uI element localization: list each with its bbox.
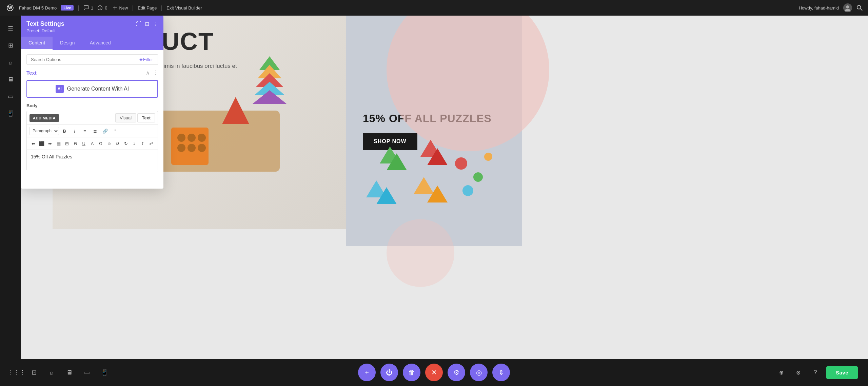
svg-point-33 <box>198 144 206 152</box>
center-delete-button[interactable]: 🗑 <box>403 364 420 381</box>
unordered-list-button[interactable]: ≡ <box>80 126 90 136</box>
ai-generate-button[interactable]: AI Generate Content With AI <box>26 80 158 98</box>
bt-mobile-icon[interactable]: 📱 <box>98 366 111 379</box>
sidebar-desktop-icon[interactable]: 🖥 <box>3 72 18 87</box>
sidebar-layout-icon[interactable]: ⊞ <box>3 38 18 53</box>
panel-expand-icon[interactable]: ⛶ <box>136 21 141 27</box>
updates-number: 0 <box>105 5 107 11</box>
tab-content[interactable]: Content <box>21 37 53 50</box>
outdent-button[interactable]: ⤴ <box>139 139 146 148</box>
bottom-toolbar: ⋮⋮⋮ ⊡ ⌕ 🖥 ▭ 📱 + ⏻ 🗑 ✕ ⚙ ◎ ⇕ ⊕ ⊗ ? Save <box>0 359 868 386</box>
separator2: | <box>132 4 134 12</box>
svg-point-19 <box>462 185 473 196</box>
svg-line-8 <box>861 9 862 11</box>
text-section-header: Text ∧ ⋮ <box>26 70 158 76</box>
align-center-button[interactable]: ⬛ <box>38 139 46 148</box>
align-left-button[interactable]: ⬅ <box>29 139 37 148</box>
collapse-icon[interactable]: ∧ <box>146 70 150 76</box>
svg-point-18 <box>473 172 483 182</box>
link-button[interactable]: 🔗 <box>100 126 110 136</box>
bold-button[interactable]: B <box>60 126 69 136</box>
bt-help-icon[interactable]: ? <box>809 366 822 379</box>
text-tab[interactable]: Text <box>137 113 155 122</box>
center-history-button[interactable]: ◎ <box>470 364 488 381</box>
align-right-button[interactable]: ➡ <box>46 139 54 148</box>
strikethrough-button[interactable]: S <box>72 139 79 148</box>
bt-zoom-icon[interactable]: ⊕ <box>775 366 788 379</box>
align-justify-button[interactable]: ▤ <box>55 139 62 148</box>
sidebar-tablet-icon[interactable]: ▭ <box>3 89 18 104</box>
svg-point-32 <box>188 144 196 152</box>
panel-tabs: Content Design Advanced <box>21 37 163 50</box>
new-label: New <box>119 5 128 11</box>
panel-more-icon[interactable]: ⋮ <box>153 21 158 27</box>
center-close-button[interactable]: ✕ <box>425 364 443 381</box>
panel-body: + + Filter Text ∧ ⋮ AI Generate Content … <box>21 50 163 189</box>
undo-editor-button[interactable]: ↺ <box>114 139 121 148</box>
bt-desktop-icon[interactable]: 🖥 <box>63 366 75 379</box>
search-icon[interactable] <box>856 5 863 11</box>
redo-editor-button[interactable]: ↻ <box>122 139 130 148</box>
save-button[interactable]: Save <box>826 366 858 379</box>
svg-marker-38 <box>253 90 287 104</box>
panel-header: Text Settings ⛶ ⊟ ⋮ Preset: Default <box>21 16 163 37</box>
editor-content[interactable]: 15% Off All Puzzles <box>26 150 158 170</box>
bt-menu-icon[interactable]: ⋮⋮⋮ <box>10 366 22 379</box>
paragraph-select[interactable]: Paragraph <box>29 127 59 135</box>
wp-logo[interactable]: W <box>5 3 15 13</box>
settings-panel: Text Settings ⛶ ⊟ ⋮ Preset: Default Cont… <box>21 16 163 189</box>
filter-button[interactable]: + + Filter <box>135 54 158 65</box>
center-power-button[interactable]: ⏻ <box>380 364 398 381</box>
text-section-title: Text <box>26 70 37 76</box>
bt-layout-icon[interactable]: ⊡ <box>28 366 40 379</box>
search-filter-row: + + Filter <box>26 54 158 65</box>
add-media-button[interactable]: ADD MEDIA <box>29 114 59 122</box>
italic-button[interactable]: I <box>70 126 79 136</box>
tab-design[interactable]: Design <box>53 37 82 50</box>
bottom-toolbar-center: + ⏻ 🗑 ✕ ⚙ ◎ ⇕ <box>358 364 510 381</box>
bottom-toolbar-right: ⊕ ⊗ ? Save <box>775 366 858 379</box>
separator3: | <box>161 4 163 12</box>
superscript-button[interactable]: x² <box>147 139 155 148</box>
visual-tab[interactable]: Visual <box>115 113 136 122</box>
toolbar-row3: ⬅ ⬛ ➡ ▤ ⊞ S U A Ω ☺ ↺ ↻ ⤵ ⤴ x² <box>27 137 158 150</box>
center-resize-button[interactable]: ⇕ <box>492 364 510 381</box>
new-button[interactable]: New <box>113 5 128 11</box>
center-settings-button[interactable]: ⚙ <box>448 364 465 381</box>
svg-point-17 <box>455 157 467 170</box>
ordered-list-button[interactable]: ≣ <box>90 126 100 136</box>
edit-page-link[interactable]: Edit Page <box>138 5 157 11</box>
filter-label: + Filter <box>139 57 153 62</box>
panel-header-top: Text Settings ⛶ ⊟ ⋮ <box>26 20 158 27</box>
comment-number: 1 <box>91 5 93 11</box>
bt-tablet-icon[interactable]: ▭ <box>81 366 93 379</box>
sidebar-mobile-icon[interactable]: 📱 <box>3 106 18 121</box>
updates-count[interactable]: 0 <box>97 5 107 11</box>
search-options-input[interactable] <box>26 54 135 65</box>
emoji-button[interactable]: ☺ <box>105 139 113 148</box>
table-button[interactable]: ⊞ <box>63 139 71 148</box>
panel-columns-icon[interactable]: ⊟ <box>145 21 149 27</box>
bt-search-icon[interactable]: ⌕ <box>45 366 58 379</box>
bt-share-icon[interactable]: ⊗ <box>792 366 805 379</box>
sidebar-search-icon[interactable]: ⌕ <box>3 55 18 70</box>
section-more-icon[interactable]: ⋮ <box>153 70 158 76</box>
blockquote-button[interactable]: " <box>111 126 120 136</box>
comments-count[interactable]: 1 <box>83 5 93 11</box>
svg-point-7 <box>857 5 861 9</box>
indent-button[interactable]: ⤵ <box>131 139 138 148</box>
special-char-button[interactable]: Ω <box>97 139 104 148</box>
exit-builder-link[interactable]: Exit Visual Builder <box>166 5 202 11</box>
panel-header-icons: ⛶ ⊟ ⋮ <box>136 21 158 27</box>
sidebar-menu-icon[interactable]: ☰ <box>3 21 18 36</box>
underline-button[interactable]: U <box>80 139 88 148</box>
puzzle-sale-section: 15% OFF ALL PUZZLES SHOP NOW <box>346 16 522 246</box>
tab-advanced[interactable]: Advanced <box>82 37 118 50</box>
center-add-button[interactable]: + <box>358 364 376 381</box>
panel-preset[interactable]: Preset: Default <box>26 28 158 33</box>
ai-generate-label: Generate Content With AI <box>67 86 129 92</box>
section-header-icons: ∧ ⋮ <box>146 70 158 76</box>
svg-text:W: W <box>8 5 12 10</box>
puzzle-decor <box>359 136 522 239</box>
text-color-button[interactable]: A <box>88 139 96 148</box>
